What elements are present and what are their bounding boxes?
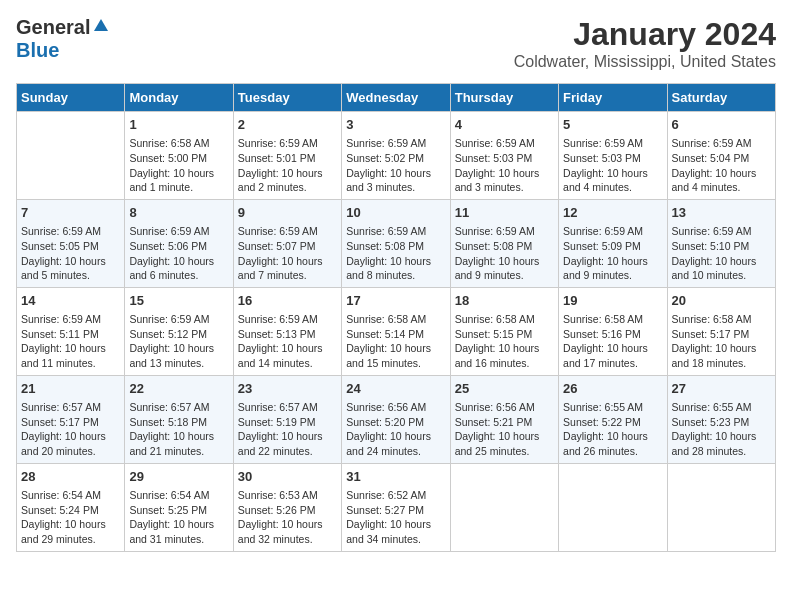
day-number: 17 — [346, 292, 445, 310]
logo-general-text: General — [16, 16, 90, 39]
page-header: General Blue January 2024 Coldwater, Mis… — [16, 16, 776, 71]
table-row: 13Sunrise: 6:59 AMSunset: 5:10 PMDayligh… — [667, 199, 775, 287]
day-info: Sunrise: 6:58 AMSunset: 5:14 PMDaylight:… — [346, 312, 445, 371]
calendar-title: January 2024 — [514, 16, 776, 53]
table-row: 8Sunrise: 6:59 AMSunset: 5:06 PMDaylight… — [125, 199, 233, 287]
day-number: 30 — [238, 468, 337, 486]
table-row — [450, 463, 558, 551]
day-info: Sunrise: 6:54 AMSunset: 5:25 PMDaylight:… — [129, 488, 228, 547]
table-row: 2Sunrise: 6:59 AMSunset: 5:01 PMDaylight… — [233, 112, 341, 200]
day-number: 6 — [672, 116, 771, 134]
table-row: 28Sunrise: 6:54 AMSunset: 5:24 PMDayligh… — [17, 463, 125, 551]
calendar-week-row: 14Sunrise: 6:59 AMSunset: 5:11 PMDayligh… — [17, 287, 776, 375]
table-row: 6Sunrise: 6:59 AMSunset: 5:04 PMDaylight… — [667, 112, 775, 200]
table-row: 19Sunrise: 6:58 AMSunset: 5:16 PMDayligh… — [559, 287, 667, 375]
day-number: 26 — [563, 380, 662, 398]
day-number: 2 — [238, 116, 337, 134]
day-info: Sunrise: 6:59 AMSunset: 5:03 PMDaylight:… — [563, 136, 662, 195]
day-number: 20 — [672, 292, 771, 310]
logo-blue-text: Blue — [16, 39, 59, 61]
calendar-subtitle: Coldwater, Mississippi, United States — [514, 53, 776, 71]
day-number: 12 — [563, 204, 662, 222]
day-number: 22 — [129, 380, 228, 398]
day-info: Sunrise: 6:59 AMSunset: 5:02 PMDaylight:… — [346, 136, 445, 195]
day-number: 15 — [129, 292, 228, 310]
table-row — [667, 463, 775, 551]
day-info: Sunrise: 6:59 AMSunset: 5:06 PMDaylight:… — [129, 224, 228, 283]
day-number: 13 — [672, 204, 771, 222]
table-row: 3Sunrise: 6:59 AMSunset: 5:02 PMDaylight… — [342, 112, 450, 200]
day-number: 24 — [346, 380, 445, 398]
day-number: 10 — [346, 204, 445, 222]
day-info: Sunrise: 6:52 AMSunset: 5:27 PMDaylight:… — [346, 488, 445, 547]
day-number: 4 — [455, 116, 554, 134]
day-number: 25 — [455, 380, 554, 398]
day-number: 1 — [129, 116, 228, 134]
day-info: Sunrise: 6:59 AMSunset: 5:10 PMDaylight:… — [672, 224, 771, 283]
day-info: Sunrise: 6:59 AMSunset: 5:08 PMDaylight:… — [346, 224, 445, 283]
table-row — [559, 463, 667, 551]
title-block: January 2024 Coldwater, Mississippi, Uni… — [514, 16, 776, 71]
day-number: 19 — [563, 292, 662, 310]
table-row: 21Sunrise: 6:57 AMSunset: 5:17 PMDayligh… — [17, 375, 125, 463]
svg-marker-0 — [94, 19, 108, 31]
table-row: 24Sunrise: 6:56 AMSunset: 5:20 PMDayligh… — [342, 375, 450, 463]
header-wednesday: Wednesday — [342, 84, 450, 112]
table-row: 26Sunrise: 6:55 AMSunset: 5:22 PMDayligh… — [559, 375, 667, 463]
table-row: 31Sunrise: 6:52 AMSunset: 5:27 PMDayligh… — [342, 463, 450, 551]
table-row: 9Sunrise: 6:59 AMSunset: 5:07 PMDaylight… — [233, 199, 341, 287]
table-row: 12Sunrise: 6:59 AMSunset: 5:09 PMDayligh… — [559, 199, 667, 287]
logo: General Blue — [16, 16, 110, 62]
day-info: Sunrise: 6:57 AMSunset: 5:19 PMDaylight:… — [238, 400, 337, 459]
header-friday: Friday — [559, 84, 667, 112]
day-info: Sunrise: 6:59 AMSunset: 5:07 PMDaylight:… — [238, 224, 337, 283]
day-info: Sunrise: 6:59 AMSunset: 5:13 PMDaylight:… — [238, 312, 337, 371]
calendar-week-row: 28Sunrise: 6:54 AMSunset: 5:24 PMDayligh… — [17, 463, 776, 551]
logo-icon — [92, 17, 110, 35]
header-thursday: Thursday — [450, 84, 558, 112]
calendar-week-row: 7Sunrise: 6:59 AMSunset: 5:05 PMDaylight… — [17, 199, 776, 287]
calendar-week-row: 21Sunrise: 6:57 AMSunset: 5:17 PMDayligh… — [17, 375, 776, 463]
day-info: Sunrise: 6:55 AMSunset: 5:22 PMDaylight:… — [563, 400, 662, 459]
table-row: 14Sunrise: 6:59 AMSunset: 5:11 PMDayligh… — [17, 287, 125, 375]
day-info: Sunrise: 6:56 AMSunset: 5:21 PMDaylight:… — [455, 400, 554, 459]
day-info: Sunrise: 6:59 AMSunset: 5:08 PMDaylight:… — [455, 224, 554, 283]
day-number: 21 — [21, 380, 120, 398]
day-number: 8 — [129, 204, 228, 222]
day-info: Sunrise: 6:57 AMSunset: 5:18 PMDaylight:… — [129, 400, 228, 459]
day-info: Sunrise: 6:59 AMSunset: 5:03 PMDaylight:… — [455, 136, 554, 195]
day-info: Sunrise: 6:55 AMSunset: 5:23 PMDaylight:… — [672, 400, 771, 459]
day-number: 18 — [455, 292, 554, 310]
day-number: 14 — [21, 292, 120, 310]
table-row: 15Sunrise: 6:59 AMSunset: 5:12 PMDayligh… — [125, 287, 233, 375]
day-info: Sunrise: 6:53 AMSunset: 5:26 PMDaylight:… — [238, 488, 337, 547]
day-info: Sunrise: 6:57 AMSunset: 5:17 PMDaylight:… — [21, 400, 120, 459]
day-number: 11 — [455, 204, 554, 222]
calendar-week-row: 1Sunrise: 6:58 AMSunset: 5:00 PMDaylight… — [17, 112, 776, 200]
table-row: 10Sunrise: 6:59 AMSunset: 5:08 PMDayligh… — [342, 199, 450, 287]
table-row: 17Sunrise: 6:58 AMSunset: 5:14 PMDayligh… — [342, 287, 450, 375]
day-number: 5 — [563, 116, 662, 134]
table-row: 1Sunrise: 6:58 AMSunset: 5:00 PMDaylight… — [125, 112, 233, 200]
table-row: 5Sunrise: 6:59 AMSunset: 5:03 PMDaylight… — [559, 112, 667, 200]
day-number: 31 — [346, 468, 445, 486]
day-number: 3 — [346, 116, 445, 134]
day-info: Sunrise: 6:56 AMSunset: 5:20 PMDaylight:… — [346, 400, 445, 459]
table-row: 30Sunrise: 6:53 AMSunset: 5:26 PMDayligh… — [233, 463, 341, 551]
day-number: 7 — [21, 204, 120, 222]
day-info: Sunrise: 6:54 AMSunset: 5:24 PMDaylight:… — [21, 488, 120, 547]
day-number: 23 — [238, 380, 337, 398]
day-number: 28 — [21, 468, 120, 486]
table-row: 25Sunrise: 6:56 AMSunset: 5:21 PMDayligh… — [450, 375, 558, 463]
day-number: 27 — [672, 380, 771, 398]
table-row: 20Sunrise: 6:58 AMSunset: 5:17 PMDayligh… — [667, 287, 775, 375]
day-info: Sunrise: 6:59 AMSunset: 5:09 PMDaylight:… — [563, 224, 662, 283]
day-info: Sunrise: 6:59 AMSunset: 5:12 PMDaylight:… — [129, 312, 228, 371]
table-row: 16Sunrise: 6:59 AMSunset: 5:13 PMDayligh… — [233, 287, 341, 375]
table-row: 23Sunrise: 6:57 AMSunset: 5:19 PMDayligh… — [233, 375, 341, 463]
table-row: 11Sunrise: 6:59 AMSunset: 5:08 PMDayligh… — [450, 199, 558, 287]
calendar-header-row: Sunday Monday Tuesday Wednesday Thursday… — [17, 84, 776, 112]
table-row: 22Sunrise: 6:57 AMSunset: 5:18 PMDayligh… — [125, 375, 233, 463]
table-row — [17, 112, 125, 200]
day-info: Sunrise: 6:58 AMSunset: 5:16 PMDaylight:… — [563, 312, 662, 371]
